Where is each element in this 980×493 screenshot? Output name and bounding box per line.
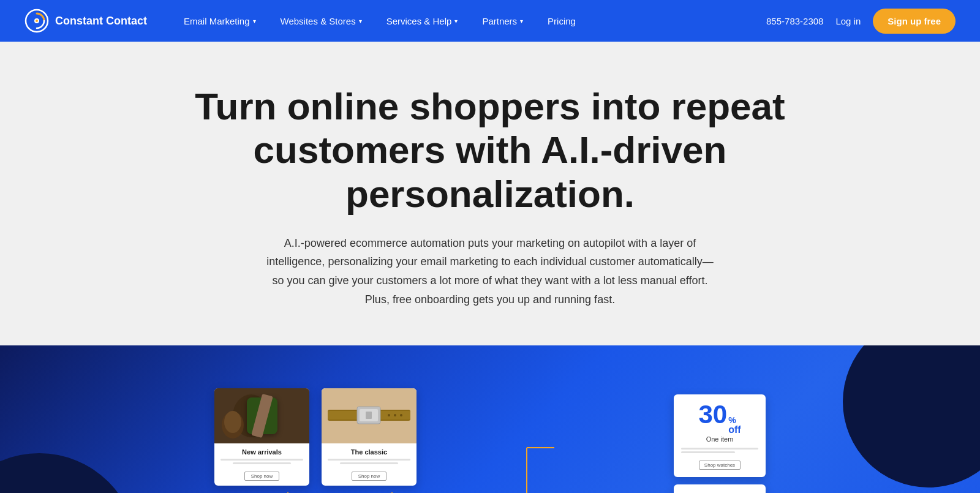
login-link[interactable]: Log in	[835, 16, 861, 26]
phone-number: 855-783-2308	[766, 16, 823, 26]
email-card-lines	[221, 459, 303, 464]
chevron-down-icon: ▾	[253, 18, 256, 24]
hero-section: Turn online shoppers into repeat custome…	[0, 42, 980, 345]
promo-discount-display: 30 % off	[681, 402, 758, 435]
chevron-down-icon: ▾	[359, 18, 362, 24]
svg-point-15	[259, 411, 269, 421]
email-card-title: New arrivals	[221, 448, 303, 456]
promo-percent: %	[728, 416, 736, 424]
signup-button[interactable]: Sign up free	[873, 9, 956, 34]
navbar-right: 855-783-2308 Log in Sign up free	[766, 9, 956, 34]
promo-card-buy: Buy now	[674, 484, 766, 493]
promo-sub-text: One item	[681, 435, 758, 443]
svg-rect-13	[259, 404, 269, 428]
svg-point-24	[388, 414, 390, 416]
watch-image	[214, 388, 309, 443]
email-card-body: New arrivals Shop now	[214, 443, 309, 486]
shop-now-button: Shop now	[352, 472, 387, 481]
email-card-line	[328, 459, 410, 461]
promo-card-discount: 30 % off One item Shop watches	[674, 394, 766, 477]
belt-illustration	[322, 388, 417, 443]
visual-layout: New arrivals Shop now	[0, 370, 980, 493]
email-card-line	[233, 462, 291, 464]
email-card-classic: The classic Shop now	[322, 388, 417, 486]
email-card-new-arrivals: New arrivals Shop now	[214, 388, 309, 486]
shop-now-button: Shop now	[244, 472, 280, 481]
brand-logo[interactable]: Constant Contact	[24, 9, 147, 33]
promo-line	[681, 448, 758, 450]
watch-illustration	[214, 388, 309, 443]
visual-inner: New arrivals Shop now	[214, 388, 766, 493]
chevron-down-icon: ▾	[454, 18, 458, 24]
svg-point-17	[224, 411, 241, 433]
promo-lines	[681, 448, 758, 453]
nav-item-partners[interactable]: Partners ▾	[470, 0, 535, 42]
svg-point-14	[257, 408, 271, 423]
nav-item-websites-stores[interactable]: Websites & Stores ▾	[268, 0, 374, 42]
email-card-title: The classic	[328, 448, 410, 456]
email-card-body: The classic Shop now	[322, 443, 417, 486]
nav-item-email-marketing[interactable]: Email Marketing ▾	[172, 0, 268, 42]
svg-rect-23	[366, 412, 372, 419]
email-card-line	[221, 459, 303, 461]
svg-point-25	[394, 414, 396, 416]
promo-30-number: 30	[698, 402, 727, 427]
email-card-line	[340, 462, 398, 464]
svg-rect-12	[255, 400, 273, 432]
visual-section: New arrivals Shop now	[0, 345, 980, 493]
nav-item-services-help[interactable]: Services & Help ▾	[374, 0, 470, 42]
promo-cards: 30 % off One item Shop watches	[674, 394, 766, 493]
nav-menu: Email Marketing ▾ Websites & Stores ▾ Se…	[172, 0, 766, 42]
svg-point-26	[400, 414, 402, 416]
nav-item-pricing[interactable]: Pricing	[535, 0, 588, 42]
belt-image	[322, 388, 417, 443]
hero-heading: Turn online shoppers into repeat custome…	[123, 85, 858, 216]
brand-name: Constant Contact	[55, 15, 147, 28]
shop-watches-button: Shop watches	[699, 461, 741, 470]
promo-line	[681, 451, 735, 453]
logo-icon	[24, 9, 49, 33]
svg-point-2	[36, 20, 38, 22]
navbar: Constant Contact Email Marketing ▾ Websi…	[0, 0, 980, 42]
chevron-down-icon: ▾	[520, 18, 523, 24]
hero-subtext: A.I.-powered ecommerce automation puts y…	[263, 234, 717, 309]
promo-off-text: off	[728, 424, 741, 435]
email-card-lines	[328, 459, 410, 464]
